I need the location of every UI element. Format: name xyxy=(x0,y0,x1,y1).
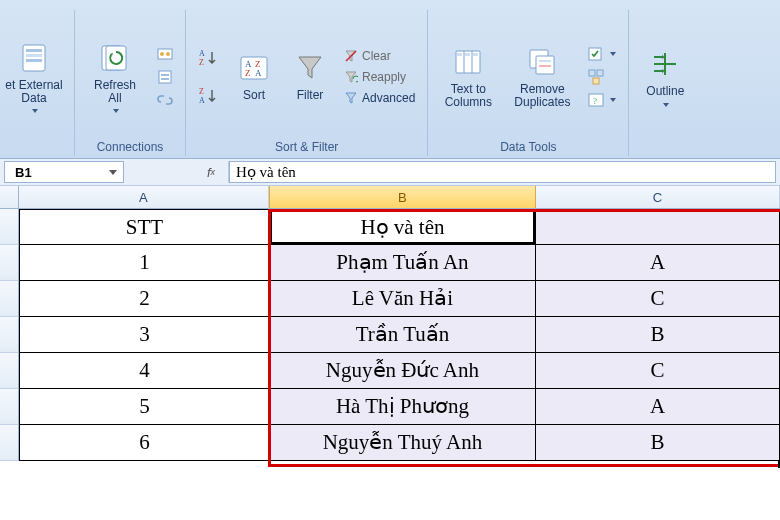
cell[interactable]: C xyxy=(536,281,780,317)
refresh-all-button[interactable]: Refresh All xyxy=(83,29,147,125)
cell[interactable] xyxy=(536,209,780,245)
chevron-down-icon xyxy=(113,109,119,113)
advanced-button[interactable]: Advanced xyxy=(340,89,419,107)
svg-rect-35 xyxy=(593,78,599,84)
svg-text:Z: Z xyxy=(245,68,251,78)
cell-value: Họ và tên xyxy=(360,215,444,240)
data-tools-group-label: Data Tools xyxy=(428,140,628,156)
row-header[interactable] xyxy=(0,353,19,389)
row-header[interactable] xyxy=(0,389,19,425)
properties-button[interactable] xyxy=(153,67,177,87)
data-validation-icon xyxy=(588,46,604,62)
data-validation-button[interactable] xyxy=(584,44,620,64)
reapply-button[interactable]: Reapply xyxy=(340,68,410,86)
consolidate-button[interactable] xyxy=(584,67,608,87)
get-external-data-button[interactable]: et External Data xyxy=(2,29,66,125)
cell[interactable]: Nguyễn Đức Anh xyxy=(270,353,536,389)
sort-desc-button[interactable]: Z A xyxy=(194,84,222,108)
sort-asc-button[interactable]: A Z xyxy=(194,46,222,70)
svg-rect-27 xyxy=(473,53,478,56)
text-to-columns-button[interactable]: Text to Columns xyxy=(436,29,500,125)
text-to-columns-label: Text to Columns xyxy=(445,83,492,109)
cell-value: 2 xyxy=(139,286,150,311)
chevron-down-icon xyxy=(610,98,616,102)
row-header[interactable] xyxy=(0,245,19,281)
group-get-external-data: et External Data xyxy=(0,10,75,156)
cell[interactable]: Phạm Tuấn An xyxy=(270,245,536,281)
row-header[interactable] xyxy=(0,209,19,245)
cell[interactable]: 1 xyxy=(19,245,270,281)
chevron-down-icon xyxy=(610,52,616,56)
connections-small-buttons xyxy=(153,29,177,125)
cell[interactable]: Nguyễn Thuý Anh xyxy=(270,425,536,461)
blank-area xyxy=(0,461,780,520)
row-header[interactable] xyxy=(0,281,19,317)
formula-input[interactable]: Họ và tên xyxy=(229,161,776,183)
remove-duplicates-button[interactable]: Remove Duplicates xyxy=(506,29,578,125)
cell[interactable]: 3 xyxy=(19,317,270,353)
reapply-label: Reapply xyxy=(362,70,406,84)
cell[interactable]: Trần Tuấn xyxy=(270,317,536,353)
clear-label: Clear xyxy=(362,49,391,63)
cell[interactable]: B xyxy=(536,317,780,353)
consolidate-icon xyxy=(588,69,604,85)
svg-rect-11 xyxy=(161,78,169,80)
cell[interactable]: Hà Thị Phương xyxy=(270,389,536,425)
cell[interactable]: B xyxy=(536,425,780,461)
cell-value: Hà Thị Phương xyxy=(336,394,469,419)
cell[interactable]: STT xyxy=(19,209,270,245)
what-if-button[interactable]: ? xyxy=(584,90,620,110)
row-header[interactable] xyxy=(0,317,19,353)
cell[interactable]: A xyxy=(536,389,780,425)
connections-button[interactable] xyxy=(153,44,177,64)
select-all-corner[interactable] xyxy=(0,186,19,208)
column-header-B[interactable]: B xyxy=(269,186,536,208)
cell[interactable]: Họ và tên xyxy=(270,209,536,245)
cell-value: C xyxy=(650,286,664,311)
cell-value: Nguyễn Thuý Anh xyxy=(323,430,483,455)
sort-button[interactable]: A Z Z A Sort xyxy=(228,29,280,125)
fx-icon[interactable]: fx xyxy=(194,161,229,183)
svg-text:Z: Z xyxy=(199,87,204,96)
name-box[interactable]: B1 xyxy=(4,161,124,183)
table-row: STT Họ và tên xyxy=(0,209,780,245)
cell[interactable]: 6 xyxy=(19,425,270,461)
svg-text:?: ? xyxy=(593,96,597,106)
cell[interactable]: 2 xyxy=(19,281,270,317)
cell-value: B xyxy=(650,430,664,455)
cell[interactable]: 5 xyxy=(19,389,270,425)
cell-value: B xyxy=(650,322,664,347)
cell[interactable]: 4 xyxy=(19,353,270,389)
cell-value: Nguyễn Đức Anh xyxy=(326,358,479,383)
remove-duplicates-label: Remove Duplicates xyxy=(514,83,570,109)
cell-value: C xyxy=(650,358,664,383)
column-header-A[interactable]: A xyxy=(19,186,269,208)
what-if-icon: ? xyxy=(588,92,604,108)
table-row: 1 Phạm Tuấn An A xyxy=(0,245,780,281)
filter-button[interactable]: Filter xyxy=(286,29,334,125)
outline-icon xyxy=(648,47,682,81)
clear-button[interactable]: Clear xyxy=(340,47,395,65)
outline-button[interactable]: Outline xyxy=(637,29,693,125)
database-icon xyxy=(17,41,51,75)
svg-text:A: A xyxy=(255,68,262,78)
group-data-tools: Text to Columns Remove Duplicates ? Data… xyxy=(428,10,629,156)
cell[interactable]: A xyxy=(536,245,780,281)
cell-value: 1 xyxy=(139,250,150,275)
formula-value: Họ và tên xyxy=(236,163,296,181)
cell[interactable]: C xyxy=(536,353,780,389)
data-tools-small: ? xyxy=(584,29,620,125)
table-row: 2 Lê Văn Hải C xyxy=(0,281,780,317)
cell-value: STT xyxy=(126,215,163,240)
cell-value: Phạm Tuấn An xyxy=(336,250,468,275)
column-header-C[interactable]: C xyxy=(536,186,780,208)
filter-label: Filter xyxy=(297,89,324,102)
svg-rect-26 xyxy=(465,53,470,56)
row-header[interactable] xyxy=(0,425,19,461)
edit-links-button[interactable] xyxy=(153,90,177,110)
sort-desc-icon: Z A xyxy=(198,86,218,106)
cell[interactable]: Lê Văn Hải xyxy=(270,281,536,317)
ribbon: et External Data Refresh All xyxy=(0,0,780,159)
remove-duplicates-icon xyxy=(525,45,559,79)
cell-value: Trần Tuấn xyxy=(356,322,450,347)
